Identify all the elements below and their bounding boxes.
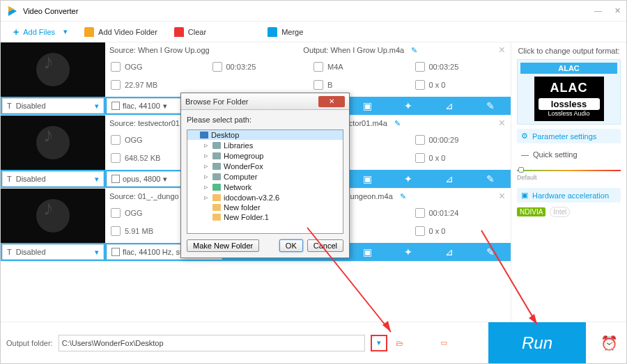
tree-node[interactable]: New Folder.1 (187, 212, 343, 222)
folder-icon (212, 204, 221, 211)
fmt-out: M4A (327, 63, 343, 71)
chip-icon: ▣ (521, 191, 528, 200)
tree-node[interactable]: ▹idocdown-v3.2.6 (187, 192, 343, 203)
watermark-icon[interactable]: ⊿ (428, 170, 470, 188)
effects-icon[interactable]: ✦ (387, 97, 428, 115)
chevron-down-icon[interactable]: ▾ (63, 27, 68, 36)
tree-node[interactable]: ▹Network (187, 182, 343, 192)
effects-icon[interactable]: ✦ (387, 170, 428, 188)
toolbar: +Add Files▾ Add Video Folder Clear Merge (1, 22, 626, 42)
res-icon (415, 226, 425, 236)
thumbnail (1, 189, 105, 243)
remove-icon[interactable]: × (493, 44, 511, 56)
alarm-icon[interactable]: ⏰ (591, 322, 626, 364)
tree-node[interactable]: ▹Computer (187, 171, 343, 182)
dur-out: 00:00:29 (429, 136, 459, 144)
subtitle-edit-icon[interactable]: ✎ (470, 170, 511, 188)
close-icon[interactable]: ✕ (614, 6, 621, 15)
add-files-button[interactable]: +Add Files▾ (6, 24, 75, 40)
cancel-button[interactable]: Cancel (307, 239, 343, 252)
crop-icon[interactable]: ▣ (347, 97, 388, 115)
tree-twisty-icon[interactable]: ▹ (203, 182, 210, 191)
watermark-icon[interactable]: ⊿ (428, 97, 470, 115)
speaker-icon (111, 102, 120, 110)
tree-node[interactable]: ▹Homegroup (187, 150, 343, 161)
tree-node[interactable]: Desktop (187, 130, 343, 140)
size-out: B (327, 81, 332, 89)
tree-twisty-icon[interactable]: ▹ (203, 172, 210, 181)
subtitle-dropdown[interactable]: TDisabled▾ (2, 171, 104, 187)
folder-icon (212, 214, 221, 221)
edit-icon[interactable]: ✎ (411, 46, 417, 55)
open-output-icon[interactable]: ▭ (440, 338, 454, 347)
size-icon (314, 80, 323, 90)
folder-tree[interactable]: Desktop▹Libraries▹Homegroup▹WonderFox▹Co… (187, 129, 343, 234)
edit-icon[interactable]: ✎ (400, 192, 406, 201)
subtitle-dropdown[interactable]: TDisabled▾ (2, 98, 104, 113)
tree-twisty-icon[interactable]: ▹ (203, 141, 210, 150)
output-folder-label: Output folder: (6, 339, 53, 347)
size-icon (111, 226, 121, 236)
output-path-dropdown[interactable]: ▾ (371, 335, 387, 351)
tree-twisty-icon[interactable]: ▹ (203, 193, 210, 202)
add-folder-button[interactable]: Add Video Folder (77, 24, 164, 40)
tree-twisty-icon[interactable]: ▹ (203, 161, 210, 171)
effects-icon[interactable]: ✦ (387, 243, 428, 261)
minimize-icon[interactable]: — (594, 6, 602, 15)
output-label: Output: When I Grow Up.m4a (303, 46, 404, 54)
dialog-title: Browse For Folder (185, 97, 248, 106)
remove-icon[interactable]: × (493, 117, 511, 129)
music-note-icon (36, 199, 70, 232)
clear-button[interactable]: Clear (167, 24, 213, 40)
dialog-close-icon[interactable]: ✕ (318, 96, 345, 107)
run-button[interactable]: Run (488, 322, 586, 364)
output-format-box[interactable]: ALAC ALAC lossless Lossless Audio (517, 59, 621, 125)
merge-button[interactable]: Merge (261, 24, 310, 40)
quick-label: Quick setting (533, 150, 578, 159)
trash-icon (174, 27, 184, 37)
folder-icon (212, 142, 221, 149)
size-icon (111, 80, 121, 90)
size-in: 22.97 MB (125, 81, 157, 89)
edit-icon[interactable]: ✎ (394, 119, 401, 128)
format-image: ALAC lossless Lossless Audio (534, 77, 604, 121)
hardware-accel-button[interactable]: ▣Hardware acceleration (517, 188, 621, 203)
open-folder-icon[interactable]: 🗁 (393, 339, 407, 347)
tree-twisty-icon[interactable]: ▹ (203, 151, 210, 160)
subtitle-dropdown[interactable]: TDisabled▾ (2, 244, 104, 260)
source-label: Source: testvector01 (109, 119, 180, 127)
tree-node[interactable]: ▹WonderFox (187, 161, 343, 171)
subtitle-edit-icon[interactable]: ✎ (470, 97, 511, 115)
app-logo-icon (6, 5, 19, 17)
clock-icon (212, 62, 222, 72)
format-header: Click to change output format: (517, 47, 621, 55)
make-new-folder-button[interactable]: Make New Folder (187, 239, 259, 252)
chevron-down-icon: ▾ (163, 175, 167, 184)
bottom-bar: Output folder: C:\Users\WonderFox\Deskto… (1, 322, 626, 363)
crop-icon[interactable]: ▣ (347, 243, 388, 261)
res-icon (415, 153, 425, 163)
folder-icon (200, 132, 208, 139)
folder-icon (212, 173, 221, 180)
tree-label: New Folder.1 (224, 213, 269, 221)
crop-icon[interactable]: ▣ (347, 170, 388, 188)
tree-node[interactable]: New folder (187, 203, 343, 212)
titlebar: Video Converter — ✕ (1, 1, 626, 22)
fmt-in: OGG (125, 209, 143, 217)
res-icon (415, 80, 425, 90)
subtitle-edit-icon[interactable]: ✎ (470, 243, 511, 261)
res-out: 0 x 0 (429, 81, 446, 89)
source-label: Source: 01_-_dungo (109, 192, 179, 200)
codec-label: ALAC (537, 81, 601, 95)
res-out: 0 x 0 (429, 227, 446, 235)
size-in: 5.91 MB (125, 227, 153, 235)
remove-icon[interactable]: × (493, 190, 511, 203)
watermark-icon[interactable]: ⊿ (428, 243, 470, 261)
parameter-settings-button[interactable]: ⚙Parameter settings (517, 129, 621, 143)
subtitle-value: Disabled (16, 175, 46, 183)
format-icon (314, 62, 323, 72)
ok-button[interactable]: OK (279, 239, 303, 252)
output-path-input[interactable]: C:\Users\WonderFox\Desktop (59, 335, 365, 351)
tree-node[interactable]: ▹Libraries (187, 140, 343, 150)
quality-slider[interactable]: Default (517, 167, 621, 174)
